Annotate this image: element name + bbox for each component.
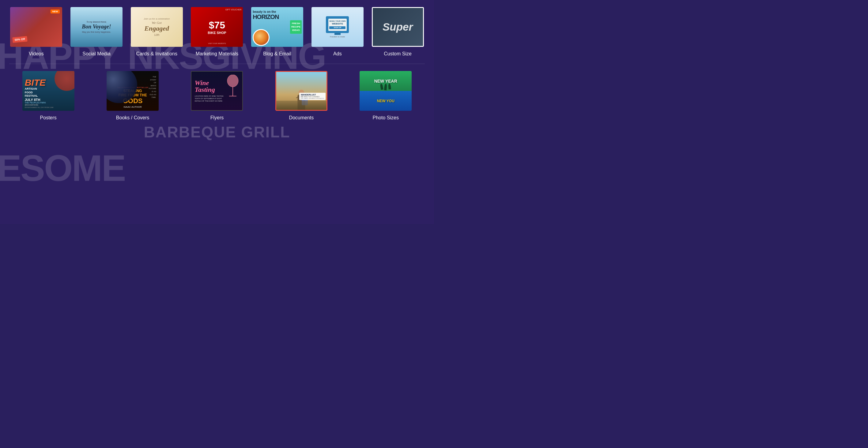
category-documents[interactable]: WANDERLUST WE HAVE YOU COVERED THE TRAVE… [273,69,330,123]
posters-venue: THE PEOPLES PARK [25,102,46,104]
custom-text: Super [382,21,413,33]
posters-handle: @socialmedia [25,104,38,106]
custom-thumbnail: Super [372,7,424,47]
blog-badge2: RECIPE [291,25,301,29]
cards-thumbnail: Join us for a celebration We Got Engaged… [131,7,183,47]
category-photo-sizes[interactable]: NEW YEAR NEW YOU [357,69,414,123]
ads-subhead: WEBSITE [329,22,345,25]
flyers-thumbnail: Wine Tasting LOCATION HERE OF WINE TASTI… [191,71,243,111]
wine-glass-icon [226,75,240,101]
gift-voucher-label: GIFT VOUCHER [225,8,242,11]
marketing-shop: BIKE SHOP [208,31,226,35]
books-thumbnail: THESTORYOFMAN'SFUTUREIS ASOLD ASTIME. TH… [106,71,159,111]
documents-thumbnail: WANDERLUST WE HAVE YOU COVERED THE TRAVE… [275,71,328,111]
flyers-label: Flyers [210,115,224,120]
svg-point-0 [227,75,238,87]
category-ads[interactable]: MAKE YOUR OWN WEBSITE SIGN UP Freedom to… [309,5,366,59]
new-badge: NEW [51,9,60,13]
cards-label: Cards & Invitations [136,51,177,57]
category-social-media[interactable]: To my dearest friend, Bon Voyage! May yo… [68,5,125,59]
category-videos[interactable]: NEW 50% Off Videos [8,5,65,59]
category-flyers[interactable]: Wine Tasting LOCATION HERE OF WINE TASTI… [188,69,245,123]
posters-main: BITE [25,78,45,87]
social-thumbnail: To my dearest friend, Bon Voyage! May yo… [70,7,123,47]
custom-size-label: Custom Size [384,51,412,57]
category-custom-size[interactable]: Super Custom Size [369,5,426,59]
cards-line2: Engaged [144,25,169,32]
blog-email-label: Blog & Email [263,51,291,57]
documents-brand: WANDERLUST [301,94,324,96]
documents-sub: THE TRAVEL INSURANCE SPECIALISTS [301,98,324,99]
category-books[interactable]: THESTORYOFMAN'SFUTUREIS ASOLD ASTIME. TH… [104,69,161,123]
social-media-label: Social Media [83,51,111,57]
blog-badge1: FRESH [291,22,301,25]
blog-line2: HORIZON [253,13,288,21]
social-subtitle: May you find every happiness. [82,31,111,33]
photos-line2: NEW YOU [377,99,395,103]
photos-thumbnail: NEW YEAR NEW YOU [360,71,412,111]
photo-sizes-label: Photo Sizes [373,115,399,120]
bg-text-bottom: ESOME [0,147,125,189]
posters-footer: ENTERTAINMENT ALL DAY FROM 11AM [25,106,54,108]
flyers-line2: Tasting [194,86,215,93]
blog-badge3: IDEAS [291,29,301,32]
marketing-amount: $75 [209,20,225,31]
marketing-thumbnail: GIFT VOUCHER $75 BIKE SHOP VISIT OUR WEB… [191,7,243,47]
ads-thumbnail: MAKE YOUR OWN WEBSITE SIGN UP Freedom to… [311,7,364,47]
category-blog-email[interactable]: beauty is on the HORIZON FRESH RECIPE ID… [249,5,306,59]
books-label: Books / Covers [116,115,149,120]
videos-label: Videos [29,51,44,57]
marketing-cta: VISIT OUR WEBSITE [208,42,226,44]
blog-thumbnail: beauty is on the HORIZON FRESH RECIPE ID… [251,7,303,47]
category-cards-invitations[interactable]: Join us for a celebration We Got Engaged… [128,5,185,59]
photos-line1: NEW YEAR [374,79,397,83]
posters-sub: ARTISAN FOOD FESTIVAL [25,87,38,98]
books-author: ISAAC AUTHOR [123,106,142,108]
flyers-details: LOCATION HERE OF WINE TASTING TENTH OF S… [194,95,223,103]
social-greeting: To my dearest friend, [86,21,106,23]
posters-thumbnail: BITE ARTISAN FOOD FESTIVAL JULY 8TH THE … [22,71,74,111]
ads-headline: MAKE YOUR OWN [329,20,345,23]
social-title: Bon Voyage! [82,24,111,30]
ads-label: Ads [333,51,342,57]
videos-thumbnail: NEW 50% Off [10,7,62,47]
flyers-line1: Wine [194,79,209,86]
marketing-label: Marketing Materials [196,51,239,57]
cards-line1: We Got [152,21,162,25]
category-marketing[interactable]: GIFT VOUCHER $75 BIKE SHOP VISIT OUR WEB… [188,5,245,59]
posters-label: Posters [40,115,57,120]
books-tagline: THESTORYOFMAN'SFUTUREIS ASOLD ASTIME. [149,76,156,99]
cards-date: 12th [154,33,160,36]
blog-line1: beauty is on the [253,10,288,13]
posters-date: JULY 8TH [25,98,40,102]
documents-label: Documents [289,115,314,120]
cards-subtitle: Join us for a celebration [144,18,170,20]
ads-cta: SIGN UP [329,26,345,29]
category-posters[interactable]: BITE ARTISAN FOOD FESTIVAL JULY 8TH THE … [20,69,77,123]
ads-tagline: Freedom to create [330,36,345,38]
